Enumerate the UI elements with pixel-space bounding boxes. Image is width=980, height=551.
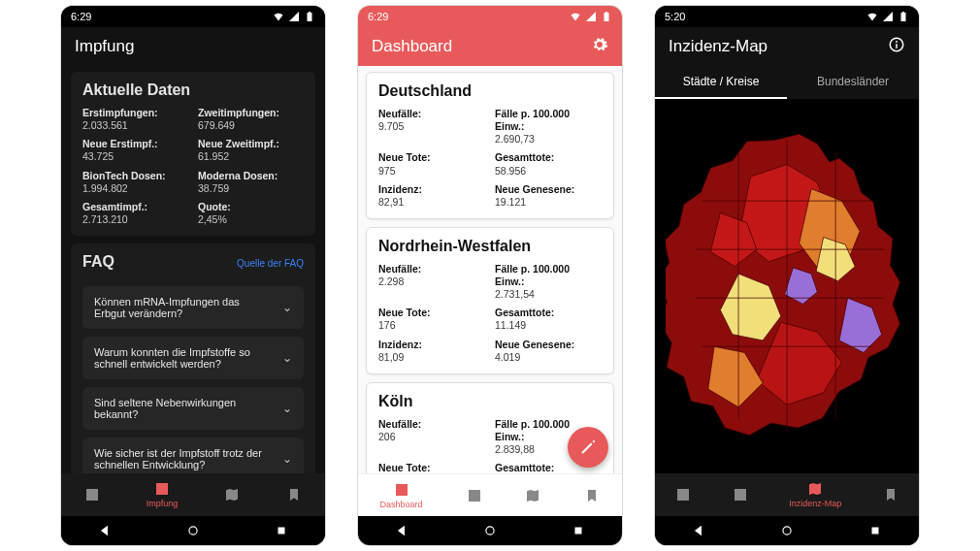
nav-news[interactable] xyxy=(286,487,302,502)
germany-map[interactable] xyxy=(655,99,919,473)
chart-icon xyxy=(675,487,691,502)
bookmark-icon xyxy=(286,487,302,502)
faq-source-link[interactable]: Quelle der FAQ xyxy=(237,258,304,269)
stat: Neue Tote:176 xyxy=(378,307,485,332)
stat: Neue Erstimpf.:43.725 xyxy=(82,138,188,163)
status-icons xyxy=(570,11,612,22)
chevron-down-icon: ⌄ xyxy=(282,351,292,365)
content-area: Deutschland Neufälle:9.705 Fälle p. 100.… xyxy=(358,66,622,473)
page-title: Dashboard xyxy=(372,37,452,56)
chart-icon xyxy=(84,487,100,502)
svg-rect-3 xyxy=(574,528,581,535)
stat: Inzidenz:82,91 xyxy=(378,183,485,209)
nav-map[interactable]: Inzidenz-Map xyxy=(789,481,841,508)
nav-map[interactable] xyxy=(224,487,240,502)
battery-icon xyxy=(304,11,315,22)
wifi-icon xyxy=(570,11,581,22)
stat: Gesamttote:11.149 xyxy=(495,307,602,332)
tab-bundeslaender[interactable]: Bundesländer xyxy=(787,66,919,99)
nav-impfung[interactable] xyxy=(467,488,482,503)
stat: Gesamtimpf.:2.713.210 xyxy=(82,201,188,226)
svg-point-0 xyxy=(189,527,197,535)
signal-icon xyxy=(882,11,894,22)
svg-rect-1 xyxy=(278,528,284,535)
region-card-deutschland: Deutschland Neufälle:9.705 Fälle p. 100.… xyxy=(366,72,614,219)
home-icon[interactable] xyxy=(483,524,497,537)
nav-dashboard[interactable] xyxy=(84,487,100,502)
battery-icon xyxy=(898,11,909,22)
status-time: 6:29 xyxy=(368,11,388,22)
edit-fab[interactable] xyxy=(568,427,608,468)
map-icon xyxy=(525,488,540,503)
info-button[interactable] xyxy=(888,36,905,58)
nav-news[interactable] xyxy=(883,487,898,502)
region-name: Deutschland xyxy=(378,82,602,100)
status-bar: 6:29 xyxy=(358,6,622,27)
status-bar: 5:20 xyxy=(655,6,919,27)
stat: Quote:2,45% xyxy=(198,201,304,226)
nav-dashboard[interactable]: Dashboard xyxy=(379,482,422,509)
svg-point-2 xyxy=(486,527,494,535)
page-title: Inzidenz-Map xyxy=(669,37,768,56)
stat: Moderna Dosen:38.759 xyxy=(198,170,304,195)
aktuelle-daten-card: Aktuelle Daten Erstimpfungen:2.033.561 Z… xyxy=(71,72,315,236)
chevron-down-icon: ⌄ xyxy=(282,452,292,466)
recent-icon[interactable] xyxy=(572,524,585,537)
stat: Gesamttote:58.956 xyxy=(495,151,602,177)
bookmark-icon xyxy=(883,487,898,502)
chart-icon xyxy=(394,482,409,498)
status-icons xyxy=(273,11,315,22)
app-bar: Impfung xyxy=(61,27,325,66)
stat: Neue Tote:9 xyxy=(378,462,485,473)
svg-rect-15 xyxy=(871,528,878,535)
android-nav-bar xyxy=(655,516,919,545)
phone-dashboard: 6:29 Dashboard Deutschland Neufälle:9.70… xyxy=(358,6,622,545)
faq-item[interactable]: Können mRNA-Impfungen das Erbgut verände… xyxy=(82,286,304,329)
pencil-icon xyxy=(579,438,597,456)
recent-icon[interactable] xyxy=(275,524,288,537)
germany-map-svg xyxy=(666,128,908,443)
page-title: Impfung xyxy=(75,37,134,56)
region-card-nrw: Nordrhein-Westfalen Neufälle:2.298 Fälle… xyxy=(366,227,614,374)
stat: Neue Zweitimpf.:61.952 xyxy=(198,138,304,163)
settings-button[interactable] xyxy=(591,36,608,58)
data-grid: Erstimpfungen:2.033.561 Zweitimpfungen:6… xyxy=(82,107,304,226)
medical-icon xyxy=(733,487,748,502)
faq-item[interactable]: Wie sicher ist der Impfstoff trotz der s… xyxy=(82,438,304,473)
region-name: Nordrhein-Westfalen xyxy=(378,238,602,255)
gear-icon xyxy=(591,36,608,53)
back-icon[interactable] xyxy=(98,524,112,537)
map-icon xyxy=(224,487,240,502)
stat: Inzidenz:81,09 xyxy=(378,339,485,364)
tab-staedte-kreise[interactable]: Städte / Kreise xyxy=(655,66,787,99)
back-icon[interactable] xyxy=(395,524,408,537)
recent-icon[interactable] xyxy=(868,524,882,537)
faq-item[interactable]: Warum konnten die Impfstoffe so schnell … xyxy=(82,337,304,379)
nav-dashboard[interactable] xyxy=(675,487,691,502)
nav-news[interactable] xyxy=(584,488,600,503)
signal-icon xyxy=(288,11,300,22)
faq-item[interactable]: Sind seltene Nebenwirkungen bekannt? ⌄ xyxy=(82,387,304,430)
map-tabs: Städte / Kreise Bundesländer xyxy=(655,66,919,99)
nav-map[interactable] xyxy=(525,488,540,503)
status-time: 5:20 xyxy=(665,11,685,22)
faq-heading: FAQ xyxy=(82,253,114,271)
chevron-down-icon: ⌄ xyxy=(282,402,292,415)
signal-icon xyxy=(585,11,597,22)
chevron-down-icon: ⌄ xyxy=(282,301,292,314)
svg-point-5 xyxy=(896,41,898,43)
home-icon[interactable] xyxy=(780,524,794,537)
home-icon[interactable] xyxy=(186,524,200,537)
medical-icon xyxy=(467,488,482,503)
nav-impfung[interactable]: Impfung xyxy=(147,481,179,508)
bottom-nav: Inzidenz-Map xyxy=(655,473,919,516)
faq-card: FAQ Quelle der FAQ Können mRNA-Impfungen… xyxy=(71,243,315,473)
stat: BionTech Dosen:1.994.802 xyxy=(82,170,188,195)
wifi-icon xyxy=(273,11,284,22)
back-icon[interactable] xyxy=(692,524,705,537)
android-nav-bar xyxy=(358,516,622,545)
status-icons xyxy=(866,11,909,22)
nav-impfung[interactable] xyxy=(733,487,748,502)
bottom-nav: Dashboard xyxy=(358,473,622,516)
phone-inzidenz-map: 5:20 Inzidenz-Map Städte / Kreise Bundes… xyxy=(655,6,919,545)
